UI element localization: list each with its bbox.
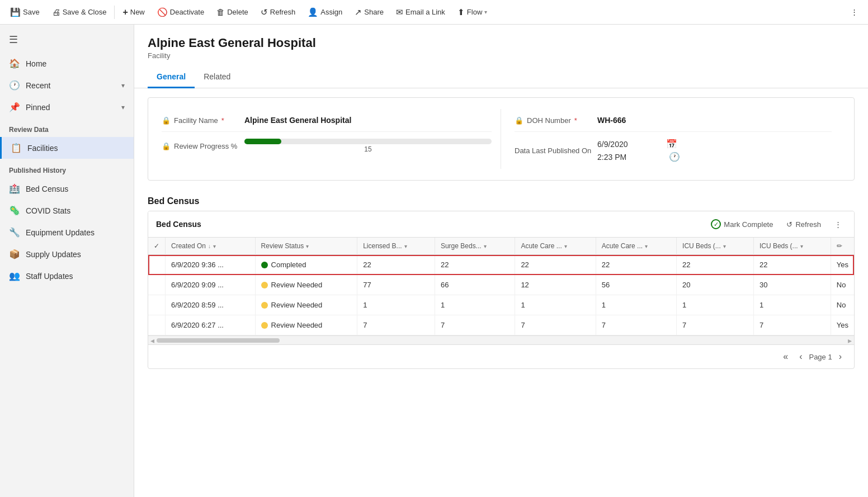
sidebar-item-equipment-updates[interactable]: 🔧 Equipment Updates bbox=[0, 221, 134, 243]
required-star-facility: * bbox=[221, 116, 224, 125]
form-col-right: 🔒 DOH Number * WH-666 Data Last Publishe… bbox=[501, 109, 841, 169]
row2-checkbox bbox=[148, 275, 166, 295]
table-scroll-container[interactable]: ✓ Created On ↓ ▾ bbox=[148, 238, 854, 335]
th-icu-beds2[interactable]: ICU Beds (... ▾ bbox=[753, 238, 831, 255]
deactivate-icon: 🚫 bbox=[157, 7, 168, 17]
toolbar-separator bbox=[114, 6, 115, 19]
row2-icu1: 20 bbox=[677, 275, 754, 295]
scroll-thumb[interactable] bbox=[157, 338, 280, 343]
page-title: Alpine East General Hospital bbox=[148, 36, 855, 50]
sidebar-item-pinned[interactable]: 📌 Pinned ▾ bbox=[0, 96, 134, 118]
chevron-icu1: ▾ bbox=[723, 243, 726, 249]
save-close-button[interactable]: 🖨 Save & Close bbox=[46, 4, 112, 20]
calendar-icon[interactable]: 📅 bbox=[666, 139, 677, 149]
hamburger-menu-button[interactable]: ☰ bbox=[0, 29, 134, 53]
th-surge-beds[interactable]: Surge Beds... ▾ bbox=[435, 238, 515, 255]
bed-census-table: ✓ Created On ↓ ▾ bbox=[148, 238, 854, 335]
th-licensed-beds[interactable]: Licensed B... ▾ bbox=[357, 238, 435, 255]
row2-created-on: 6/9/2020 9:09 ... bbox=[166, 275, 256, 295]
scroll-right-arrow[interactable]: ▸ bbox=[848, 336, 852, 345]
lock-icon-facility: 🔒 bbox=[162, 116, 171, 125]
table-header-title: Bed Census bbox=[156, 220, 201, 229]
page-prev-button[interactable]: ‹ bbox=[795, 349, 806, 364]
mark-complete-icon: ✓ bbox=[711, 219, 721, 229]
horizontal-scrollbar[interactable]: ◂ ▸ bbox=[148, 335, 854, 344]
row2-last: No bbox=[831, 275, 854, 295]
sidebar: ☰ 🏠 Home 🕐 Recent ▾ 📌 Pinned ▾ Review Da… bbox=[0, 25, 134, 497]
sidebar-item-home[interactable]: 🏠 Home bbox=[0, 53, 134, 74]
data-published-label: Data Last Published On bbox=[515, 146, 593, 155]
bed-census-section: Bed Census Bed Census ✓ Mark Complete ↺ … bbox=[134, 190, 868, 369]
refresh-button[interactable]: ↺ Refresh bbox=[255, 4, 301, 21]
row3-last: No bbox=[831, 295, 854, 315]
table-row[interactable]: 6/9/2020 6:27 ... Review Needed 7 7 7 bbox=[148, 315, 854, 335]
table-refresh-icon: ↺ bbox=[786, 220, 792, 229]
row2-surge: 66 bbox=[435, 275, 515, 295]
scroll-left-arrow[interactable]: ◂ bbox=[150, 336, 154, 345]
delete-button[interactable]: 🗑 Delete bbox=[211, 4, 254, 20]
th-created-on[interactable]: Created On ↓ ▾ bbox=[166, 238, 256, 255]
row1-acute1: 22 bbox=[515, 255, 596, 275]
more-options-button[interactable]: ⋮ bbox=[845, 4, 864, 20]
new-button[interactable]: + New bbox=[117, 4, 150, 21]
page-subtitle: Facility bbox=[148, 51, 855, 60]
new-icon: + bbox=[122, 7, 128, 17]
tab-general[interactable]: General bbox=[148, 67, 195, 88]
mark-complete-button[interactable]: ✓ Mark Complete bbox=[706, 217, 777, 231]
table-row[interactable]: 6/9/2020 9:36 ... Completed 22 22 22 bbox=[148, 255, 854, 275]
published-history-section-label: Published History bbox=[0, 159, 134, 178]
page-next-button[interactable]: › bbox=[834, 349, 846, 364]
more-icon: ⋮ bbox=[851, 8, 858, 16]
status-dot-completed bbox=[261, 262, 268, 268]
share-button[interactable]: ↗ Share bbox=[349, 4, 389, 21]
doh-number-field: 🔒 DOH Number * WH-666 bbox=[515, 109, 832, 132]
chevron-licensed: ▾ bbox=[404, 243, 407, 249]
flow-icon: ⬆ bbox=[457, 7, 465, 17]
row3-checkbox bbox=[148, 295, 166, 315]
email-link-button[interactable]: ✉ Email a Link bbox=[390, 4, 451, 21]
th-review-status[interactable]: Review Status ▾ bbox=[255, 238, 357, 255]
sidebar-item-bed-census[interactable]: 🏥 Bed Census bbox=[0, 178, 134, 200]
row4-last: Yes bbox=[831, 315, 854, 335]
share-icon: ↗ bbox=[355, 7, 362, 17]
doh-number-label: 🔒 DOH Number * bbox=[515, 116, 593, 125]
sidebar-item-covid-stats[interactable]: 🦠 COVID Stats bbox=[0, 200, 134, 221]
row3-surge: 1 bbox=[435, 295, 515, 315]
th-acute-care2[interactable]: Acute Care ... ▾ bbox=[596, 238, 676, 255]
row4-acute1: 7 bbox=[515, 315, 596, 335]
progress-bar-container: 15 bbox=[244, 139, 492, 153]
facilities-icon: 📋 bbox=[11, 143, 22, 153]
row3-acute2: 1 bbox=[596, 295, 676, 315]
sidebar-item-facilities[interactable]: 📋 Facilities bbox=[0, 137, 134, 159]
deactivate-button[interactable]: 🚫 Deactivate bbox=[152, 4, 210, 21]
page-first-button[interactable]: « bbox=[779, 349, 792, 364]
row1-checkbox bbox=[148, 255, 166, 275]
sidebar-item-supply-updates[interactable]: 📦 Supply Updates bbox=[0, 243, 134, 265]
row4-status: Review Needed bbox=[255, 315, 357, 335]
edit-col-icon[interactable]: ✏ bbox=[837, 242, 842, 250]
table-refresh-button[interactable]: ↺ Refresh bbox=[782, 218, 825, 231]
row4-licensed: 7 bbox=[357, 315, 435, 335]
flow-button[interactable]: ⬆ Flow ▾ bbox=[452, 4, 493, 21]
doh-number-value[interactable]: WH-666 bbox=[597, 116, 832, 125]
row1-acute2: 22 bbox=[596, 255, 676, 275]
sidebar-item-staff-updates[interactable]: 👥 Staff Updates bbox=[0, 265, 134, 287]
th-acute-care1[interactable]: Acute Care ... ▾ bbox=[515, 238, 596, 255]
facility-name-value[interactable]: Alpine East General Hospital bbox=[244, 116, 492, 125]
tab-related[interactable]: Related bbox=[195, 67, 239, 88]
table-row[interactable]: 6/9/2020 8:59 ... Review Needed 1 1 1 bbox=[148, 295, 854, 315]
row2-acute2: 56 bbox=[596, 275, 676, 295]
row3-icu2: 1 bbox=[753, 295, 831, 315]
assign-button[interactable]: 👤 Assign bbox=[302, 4, 348, 21]
save-button[interactable]: 💾 Save bbox=[4, 4, 45, 21]
equipment-icon: 🔧 bbox=[9, 227, 20, 238]
row2-acute1: 12 bbox=[515, 275, 596, 295]
table-row[interactable]: 6/9/2020 9:09 ... Review Needed 77 66 1 bbox=[148, 275, 854, 295]
th-icu-beds1[interactable]: ICU Beds (... ▾ bbox=[677, 238, 754, 255]
sidebar-item-recent[interactable]: 🕐 Recent ▾ bbox=[0, 74, 134, 96]
recent-chevron-icon: ▾ bbox=[121, 82, 125, 89]
header-check-icon[interactable]: ✓ bbox=[154, 242, 159, 250]
table-more-button[interactable]: ⋮ bbox=[830, 218, 846, 231]
clock-icon[interactable]: 🕐 bbox=[669, 152, 680, 162]
form-section: 🔒 Facility Name * Alpine East General Ho… bbox=[148, 97, 855, 181]
